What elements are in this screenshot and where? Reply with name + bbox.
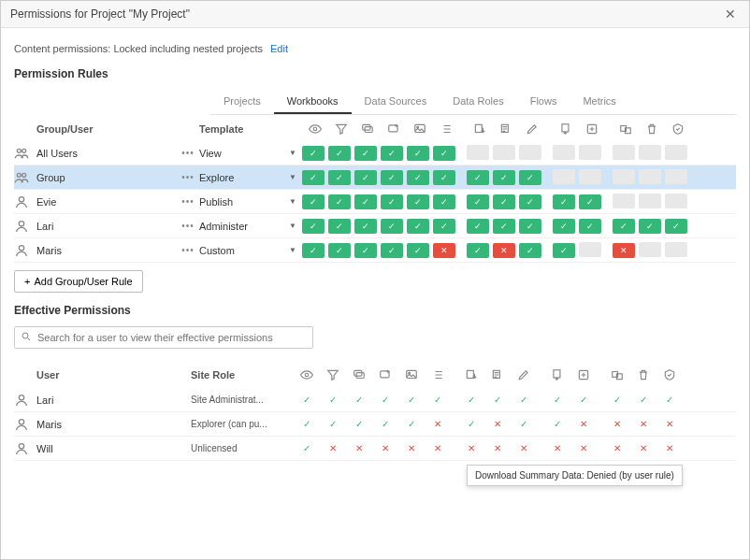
tab-data-sources[interactable]: Data Sources <box>352 90 440 114</box>
tab-flows[interactable]: Flows <box>517 90 570 114</box>
capability-cell[interactable]: ✓ <box>433 219 455 234</box>
capability-cell[interactable] <box>493 145 515 160</box>
capability-cell[interactable] <box>553 145 575 160</box>
capability-cell[interactable] <box>553 169 575 184</box>
capability-cell[interactable]: ✓ <box>302 146 325 161</box>
template-select[interactable]: View <box>199 148 283 159</box>
row-menu-button[interactable]: ••• <box>177 196 199 207</box>
capability-cell[interactable]: ✓ <box>381 194 403 209</box>
capability-cell[interactable]: ✓ <box>493 170 515 185</box>
effective-permission-row[interactable]: WillUnlicensed✓✕✕✕✕✕✕✕✕✕✕✕✕✕ <box>14 437 736 461</box>
tab-workbooks[interactable]: Workbooks <box>274 90 352 114</box>
search-input[interactable] <box>37 332 307 343</box>
capability-cell[interactable]: ✓ <box>519 219 541 234</box>
row-menu-button[interactable]: ••• <box>177 148 199 158</box>
capability-cell[interactable]: ✓ <box>328 170 351 185</box>
row-menu-button[interactable]: ••• <box>177 221 199 231</box>
capability-cell[interactable]: ✕ <box>433 243 455 258</box>
capability-cell[interactable]: ✓ <box>407 194 429 209</box>
capability-cell[interactable]: ✓ <box>381 219 403 234</box>
permission-rule-row[interactable]: Lari•••Administer▼✓✓✓✓✓✓✓✓✓✓✓✓✓✓ <box>14 214 736 238</box>
capability-cell[interactable]: ✓ <box>328 194 351 209</box>
capability-cell[interactable]: ✓ <box>354 170 377 185</box>
edit-link[interactable]: Edit <box>270 43 288 54</box>
capability-cell[interactable]: ✓ <box>579 194 601 209</box>
capability-cell[interactable]: ✓ <box>328 146 351 161</box>
capability-cell[interactable] <box>613 169 635 184</box>
template-select[interactable]: Custom <box>199 245 283 256</box>
capability-cell[interactable]: ✓ <box>433 146 455 161</box>
capability-cell[interactable] <box>665 169 687 184</box>
capability-cell[interactable] <box>639 169 661 184</box>
tab-data-roles[interactable]: Data Roles <box>440 90 516 114</box>
capability-cell[interactable]: ✓ <box>328 219 351 234</box>
tab-metrics[interactable]: Metrics <box>570 90 628 114</box>
capability-cell[interactable]: ✓ <box>613 219 635 234</box>
capability-cell[interactable]: ✓ <box>519 243 541 258</box>
capability-cell[interactable]: ✓ <box>467 194 489 209</box>
template-select[interactable]: Explore <box>199 172 283 183</box>
capability-cell[interactable]: ✕ <box>493 243 515 258</box>
capability-cell[interactable]: ✓ <box>381 146 403 161</box>
permission-rule-row[interactable]: All Users•••View▼✓✓✓✓✓✓ <box>14 141 736 165</box>
capability-cell[interactable]: ✓ <box>553 219 575 234</box>
capability-cell[interactable] <box>665 145 687 160</box>
capability-cell[interactable] <box>665 194 687 208</box>
capability-cell[interactable]: ✓ <box>433 170 455 185</box>
capability-cell[interactable]: ✓ <box>407 243 429 258</box>
capability-cell[interactable]: ✓ <box>328 243 351 258</box>
capability-cell[interactable] <box>613 145 635 160</box>
chevron-down-icon[interactable]: ▼ <box>283 173 302 181</box>
chevron-down-icon[interactable]: ▼ <box>283 222 302 230</box>
capability-cell[interactable] <box>639 145 661 160</box>
capability-cell[interactable]: ✓ <box>302 219 325 234</box>
effective-permission-row[interactable]: LariSite Administrat...✓✓✓✓✓✓✓✓✓✓✓✓✓✓ <box>14 388 736 412</box>
capability-cell[interactable]: ✓ <box>493 194 515 209</box>
capability-cell[interactable] <box>519 145 541 160</box>
row-menu-button[interactable]: ••• <box>177 172 199 182</box>
capability-cell[interactable] <box>467 145 489 160</box>
permission-rule-row[interactable]: Maris•••Custom▼✓✓✓✓✓✕✓✕✓✓✕ <box>14 238 736 263</box>
capability-cell[interactable]: ✓ <box>407 170 429 185</box>
capability-cell[interactable]: ✓ <box>407 219 429 234</box>
template-select[interactable]: Administer <box>199 221 283 232</box>
capability-cell[interactable] <box>639 242 661 257</box>
template-select[interactable]: Publish <box>199 196 283 208</box>
capability-cell[interactable] <box>579 169 601 184</box>
tab-projects[interactable]: Projects <box>210 90 274 114</box>
capability-cell[interactable]: ✓ <box>519 194 541 209</box>
capability-cell[interactable]: ✓ <box>467 243 489 258</box>
chevron-down-icon[interactable]: ▼ <box>283 246 302 254</box>
effective-permission-row[interactable]: MarisExplorer (can pu...✓✓✓✓✓✕✓✕✓✓✕✕✕✕ <box>14 412 736 437</box>
capability-cell[interactable]: ✓ <box>467 219 489 234</box>
capability-cell[interactable]: ✓ <box>519 170 541 185</box>
capability-cell[interactable]: ✓ <box>407 146 429 161</box>
capability-cell[interactable] <box>579 242 601 257</box>
capability-cell[interactable]: ✓ <box>493 219 515 234</box>
permission-rule-row[interactable]: Group•••Explore▼✓✓✓✓✓✓✓✓✓ <box>14 165 736 190</box>
capability-cell[interactable]: ✓ <box>302 194 325 209</box>
close-icon[interactable]: ✕ <box>721 7 740 22</box>
capability-cell[interactable]: ✓ <box>433 194 455 209</box>
permission-rule-row[interactable]: Evie•••Publish▼✓✓✓✓✓✓✓✓✓✓✓ <box>14 190 736 214</box>
capability-cell[interactable]: ✕ <box>613 243 635 258</box>
capability-cell[interactable] <box>613 194 635 208</box>
capability-cell[interactable]: ✓ <box>381 170 403 185</box>
capability-cell[interactable] <box>665 242 687 257</box>
capability-cell[interactable]: ✓ <box>553 194 575 209</box>
capability-cell[interactable]: ✓ <box>381 243 403 258</box>
capability-cell[interactable]: ✓ <box>553 243 575 258</box>
capability-cell[interactable]: ✓ <box>354 243 377 258</box>
chevron-down-icon[interactable]: ▼ <box>283 197 302 206</box>
capability-cell[interactable]: ✓ <box>354 146 377 161</box>
capability-cell[interactable]: ✓ <box>639 219 661 234</box>
add-group-user-button[interactable]: + Add Group/User Rule <box>14 270 143 293</box>
capability-cell[interactable]: ✓ <box>302 170 325 185</box>
capability-cell[interactable]: ✓ <box>579 219 601 234</box>
capability-cell[interactable] <box>639 194 661 208</box>
row-menu-button[interactable]: ••• <box>177 245 199 255</box>
capability-cell[interactable] <box>579 145 601 160</box>
capability-cell[interactable]: ✓ <box>665 219 687 234</box>
capability-cell[interactable]: ✓ <box>354 219 377 234</box>
effective-search[interactable] <box>14 326 313 349</box>
